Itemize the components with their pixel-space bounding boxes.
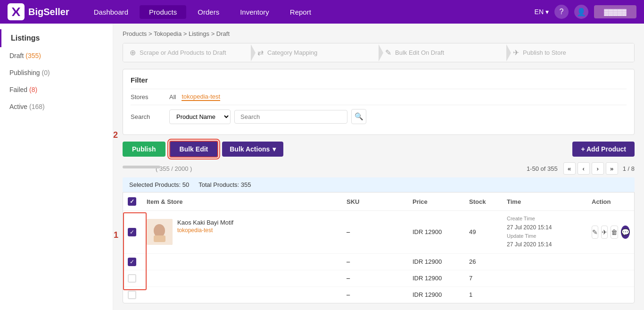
nav-items: Dashboard Products Orders Inventory Repo… — [84, 5, 531, 19]
count-info: ( 355 / 2000 ) — [156, 165, 192, 172]
row2-price: IDR 12900 — [408, 258, 464, 265]
nav-inventory[interactable]: Inventory — [231, 5, 279, 19]
row2-checkbox[interactable]: ✓ — [128, 258, 136, 266]
search-type-select[interactable]: Product Name SKU Item ID — [169, 109, 231, 124]
select-all-checkbox[interactable]: ✓ — [128, 197, 136, 206]
step-category[interactable]: ⇄ Category Mapping — [251, 43, 379, 62]
search-icon: 🔍 — [355, 112, 363, 121]
row1-store-name: tokopedia-test — [177, 227, 233, 234]
selected-count: Selected Products: 50 — [129, 181, 189, 188]
step-scrape[interactable]: ⊕ Scrape or Add Products to Draft — [123, 43, 251, 62]
row3-checkbox[interactable] — [128, 274, 136, 283]
top-navigation: BigSeller Dashboard Products Orders Inve… — [0, 0, 644, 24]
row1-product-name: Kaos Kaki Bayi Motif — [177, 219, 233, 226]
step-scrape-label: Scrape or Add Products to Draft — [140, 49, 226, 56]
annotation-2: 2 — [113, 130, 118, 140]
th-checkbox: ✓ — [123, 197, 142, 206]
row1-update-date: 27 Jul 2020 15:14 — [507, 240, 582, 249]
sidebar-draft-label: Draft — [9, 52, 25, 59]
row4-checkbox-cell[interactable] — [123, 291, 142, 299]
step-publish[interactable]: ✈ Publish to Store — [506, 43, 634, 62]
row1-checkbox-cell[interactable]: ✓ — [123, 228, 142, 236]
action-bar: 2 Publish Bulk Edit Bulk Actions ▾ + Add… — [123, 141, 635, 158]
edit-product-button[interactable]: ✎ — [592, 226, 598, 239]
sidebar-title: Listings — [0, 29, 113, 47]
send-product-button[interactable]: ✈ — [601, 226, 608, 239]
store-tokopedia-test[interactable]: tokopedia-test — [182, 93, 220, 101]
filter-stores: All tokopedia-test — [169, 93, 220, 101]
step-publish-label: Publish to Store — [523, 49, 566, 56]
total-count: Total Products: 355 — [198, 181, 251, 188]
sidebar-publishing-label: Publishing — [9, 69, 42, 76]
logo-text: BigSeller — [28, 7, 69, 17]
sidebar-item-publishing[interactable]: Publishing (0) — [0, 64, 113, 81]
nav-report[interactable]: Report — [281, 5, 321, 19]
row3-stock: 7 — [464, 275, 502, 282]
row1-update-label: Update Time — [507, 232, 582, 241]
nav-products[interactable]: Products — [140, 5, 186, 19]
row1-create-date: 27 Jul 2020 15:14 — [507, 223, 582, 232]
row1-action-icons: ✎ ✈ 🗑 💬 — [592, 226, 629, 239]
arrows-icon: ⇄ — [257, 48, 264, 57]
table-row: – IDR 12900 1 — [123, 287, 634, 303]
row1-create-label: Create Time — [507, 215, 582, 223]
th-item-store: Item & Store — [142, 197, 342, 206]
last-page-button[interactable]: » — [606, 162, 618, 175]
table-header: ✓ Item & Store SKU Price Stock Time Acti… — [123, 193, 634, 211]
th-sku: SKU — [342, 197, 408, 206]
bulk-edit-button[interactable]: Bulk Edit — [169, 141, 219, 158]
current-page: 1 — [623, 165, 626, 172]
sidebar-item-failed[interactable]: Failed (8) — [0, 81, 113, 98]
language-selector[interactable]: EN ▾ — [535, 8, 549, 16]
filter-search-row: Search Product Name SKU Item ID 🔍 — [131, 105, 627, 128]
table-row: ✓ – IDR 12900 26 — [123, 254, 634, 270]
row2-stock: 26 — [464, 258, 502, 265]
prev-page-button[interactable]: ‹ — [578, 162, 590, 175]
sidebar-item-draft[interactable]: Draft (355) — [0, 47, 113, 64]
publish-button[interactable]: Publish — [123, 142, 165, 157]
step-bulk-edit[interactable]: ✎ Bulk Edit On Draft — [379, 43, 506, 62]
total-pages: 8 — [631, 165, 635, 172]
workflow-steps: ⊕ Scrape or Add Products to Draft ⇄ Cate… — [123, 43, 635, 62]
nav-dashboard[interactable]: Dashboard — [84, 5, 138, 19]
row4-checkbox[interactable] — [128, 291, 136, 299]
row4-stock: 1 — [464, 291, 502, 298]
table-row: – IDR 12900 7 — [123, 270, 634, 287]
logo-area[interactable]: BigSeller — [8, 3, 69, 20]
add-product-button[interactable]: + Add Product — [572, 142, 635, 157]
nav-orders[interactable]: Orders — [188, 5, 229, 19]
row1-stock: 49 — [464, 228, 502, 235]
language-text: EN — [535, 8, 544, 16]
row1-product-image — [147, 219, 173, 245]
user-button[interactable]: ▓▓▓▓▓ — [594, 5, 636, 18]
bulk-actions-button[interactable]: Bulk Actions ▾ — [222, 142, 283, 157]
th-price: Price — [408, 197, 464, 206]
filter-box: Filter Stores All tokopedia-test Search … — [123, 69, 635, 135]
row1-checkbox[interactable]: ✓ — [128, 228, 136, 236]
table-row: ✓ Kaos Kaki Bayi Motif tokopedia-test — [123, 211, 634, 254]
next-page-button[interactable]: › — [592, 162, 604, 175]
th-action: Action — [587, 197, 634, 206]
row3-checkbox-cell[interactable] — [123, 274, 142, 283]
main-layout: Listings Draft (355) Publishing (0) Fail… — [0, 24, 644, 310]
page-info: 1 / 8 — [623, 165, 635, 172]
edit-icon: ✎ — [385, 48, 391, 57]
step-category-label: Category Mapping — [267, 49, 317, 56]
search-input[interactable] — [234, 110, 347, 124]
logo-icon — [8, 3, 25, 20]
sidebar-item-active[interactable]: Active (168) — [0, 98, 113, 115]
store-all[interactable]: All — [169, 93, 176, 101]
row1-actions: ✎ ✈ 🗑 💬 — [587, 226, 634, 239]
row2-checkbox-cell[interactable]: ✓ — [123, 258, 142, 266]
help-icon[interactable]: ? — [554, 5, 569, 19]
user-icon[interactable]: 👤 — [574, 5, 588, 19]
th-time: Time — [502, 197, 587, 206]
main-content: Products > Tokopedia > Listings > Draft … — [113, 24, 644, 310]
first-page-button[interactable]: « — [563, 162, 576, 175]
delete-product-button[interactable]: 🗑 — [611, 226, 618, 239]
row1-sku: – — [342, 228, 408, 235]
row1-time: Create Time 27 Jul 2020 15:14 Update Tim… — [502, 215, 587, 250]
chat-button[interactable]: 💬 — [621, 226, 630, 239]
filter-title: Filter — [131, 76, 627, 84]
search-button[interactable]: 🔍 — [351, 109, 366, 124]
